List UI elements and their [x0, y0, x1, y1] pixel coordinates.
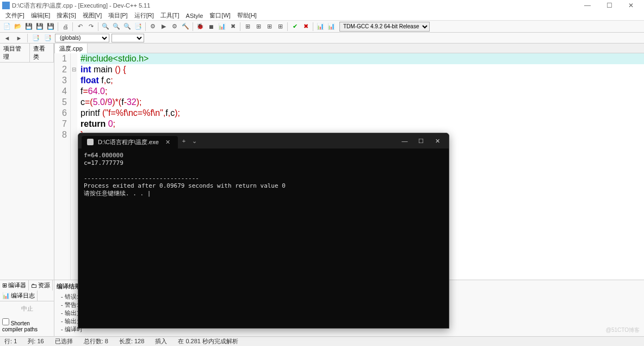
project-icon[interactable]: ⊞ — [275, 22, 285, 32]
find-icon[interactable]: 🔍 — [101, 22, 110, 32]
console-titlebar[interactable]: D:\C语言程序\温度.exe ✕ + ⌄ — ☐ ✕ — [78, 133, 449, 149]
stop-icon[interactable]: ⏹ — [206, 22, 216, 32]
functions-selector[interactable] — [112, 34, 144, 42]
chart-icon[interactable]: 📊 — [315, 22, 325, 32]
bottom-tab[interactable]: 🗀 资源 — [29, 280, 53, 291]
print-icon[interactable]: 🖨 — [60, 22, 70, 32]
forward-icon[interactable]: ► — [14, 33, 24, 43]
rebuild-icon[interactable]: 🔨 — [181, 22, 190, 32]
menu-item[interactable]: 文件[F] — [2, 11, 28, 20]
terminal-icon — [87, 139, 94, 145]
delete-profile-icon[interactable]: ✖ — [228, 22, 238, 32]
console-output[interactable]: f=64.000000 c=17.777779 ----------------… — [78, 149, 449, 201]
console-new-tab-icon[interactable]: + — [178, 138, 190, 144]
console-close-button[interactable]: ✕ — [429, 138, 445, 145]
console-window: D:\C语言程序\温度.exe ✕ + ⌄ — ☐ ✕ f=64.000000 … — [78, 133, 449, 329]
close-button[interactable]: ✕ — [620, 2, 642, 9]
undo-icon[interactable]: ↶ — [75, 22, 85, 32]
compiler-selector[interactable]: TDM-GCC 4.9.2 64-bit Release — [339, 22, 430, 32]
console-tab[interactable]: D:\C语言程序\温度.exe ✕ — [82, 136, 178, 149]
save-all-icon[interactable]: 💾 — [35, 22, 45, 32]
sidebar: 项目管理查看类 — [0, 44, 54, 280]
tab-icon: ⊞ — [2, 282, 7, 289]
save-as-icon[interactable]: 💾 — [46, 22, 55, 32]
bottom-tab[interactable]: 📊 编译日志 — [0, 291, 38, 301]
globals-selector[interactable]: (globals) — [55, 34, 109, 42]
title-bar: D:\C语言程序\温度.cpp - [Executing] - Dev-C++ … — [0, 0, 644, 11]
debug-icon[interactable]: 🐞 — [195, 22, 205, 32]
console-minimize-button[interactable]: — — [397, 138, 413, 144]
menu-item[interactable]: 视图[V] — [79, 11, 105, 20]
console-tab-title: D:\C语言程序\温度.exe — [98, 138, 159, 146]
project-options-icon[interactable]: ⊞ — [253, 22, 263, 32]
replace-icon[interactable]: 🔍 — [112, 22, 121, 32]
status-bar: 行: 1 列: 16 已选择 总行数: 8 长度: 128 插入 在 0.281… — [0, 336, 644, 346]
chart2-icon[interactable]: 📊 — [326, 22, 336, 32]
menu-item[interactable]: 编辑[E] — [28, 11, 53, 20]
profile-icon[interactable]: 📊 — [217, 22, 227, 32]
cross-icon[interactable]: ✖ — [301, 22, 311, 32]
find-in-files-icon[interactable]: 🔍 — [122, 22, 132, 32]
run-icon[interactable]: ▶ — [159, 22, 169, 32]
redo-icon[interactable]: ↷ — [86, 22, 96, 32]
shorten-paths-checkbox[interactable]: Shorten compiler paths — [0, 316, 54, 335]
window-title: D:\C语言程序\温度.cpp - [Executing] - Dev-C++ … — [12, 2, 150, 10]
file-tabs: 温度.cpp — [54, 44, 644, 53]
open-icon[interactable]: 📂 — [13, 22, 23, 32]
back-icon[interactable]: ◄ — [2, 33, 12, 43]
menu-item[interactable]: 工具[T] — [157, 11, 183, 20]
menu-item[interactable]: 帮助[H] — [234, 11, 260, 20]
sidebar-tab[interactable]: 查看类 — [30, 44, 54, 62]
bottom-tab[interactable]: ⊞ 编译器 — [0, 280, 29, 291]
goto-bookmark-icon[interactable]: 📑 — [43, 33, 53, 43]
menu-item[interactable]: 项目[P] — [105, 11, 131, 20]
compile-run-icon[interactable]: ⚙ — [170, 22, 179, 32]
console-tab-close-icon[interactable]: ✕ — [163, 139, 172, 146]
toolbar-secondary: ◄ ► 📑 📑 (globals) — [0, 33, 644, 44]
stop-button[interactable]: 中止 — [0, 301, 54, 316]
file-tab[interactable]: 温度.cpp — [54, 43, 88, 54]
menu-item[interactable]: 运行[R] — [131, 11, 157, 20]
console-tab-dropdown-icon[interactable]: ⌄ — [190, 138, 199, 145]
tab-icon: 🗀 — [31, 282, 37, 289]
console-maximize-button[interactable]: ☐ — [413, 138, 429, 145]
new-project-icon[interactable]: ⊞ — [243, 22, 252, 32]
save-icon[interactable]: 💾 — [24, 22, 34, 32]
check-icon[interactable]: ✔ — [290, 22, 300, 32]
watermark: @51CTO博客 — [606, 326, 640, 334]
goto-icon[interactable]: 📑 — [133, 22, 143, 32]
toggle-bookmark-icon[interactable]: 📑 — [31, 33, 41, 43]
toolbar: 📄 📂 💾 💾 💾 🖨 ↶ ↷ 🔍 🔍 🔍 📑 ⚙ ▶ ⚙ 🔨 🐞 ⏹ 📊 ✖ … — [0, 21, 644, 33]
compile-icon[interactable]: ⚙ — [148, 22, 158, 32]
app-icon — [2, 2, 10, 9]
menu-item[interactable]: 搜索[S] — [53, 11, 79, 20]
menu-item[interactable]: AStyle — [183, 13, 207, 19]
new-file-icon[interactable]: 📄 — [2, 22, 12, 32]
class-browser-icon[interactable]: ⊞ — [264, 22, 274, 32]
tab-icon: 📊 — [2, 292, 10, 299]
minimize-button[interactable]: — — [577, 2, 598, 9]
maximize-button[interactable]: ☐ — [598, 2, 620, 9]
menu-item[interactable]: 窗口[W] — [206, 11, 234, 20]
sidebar-tab[interactable]: 项目管理 — [0, 44, 30, 62]
menu-bar: 文件[F]编辑[E]搜索[S]视图[V]项目[P]运行[R]工具[T]AStyl… — [0, 11, 644, 21]
